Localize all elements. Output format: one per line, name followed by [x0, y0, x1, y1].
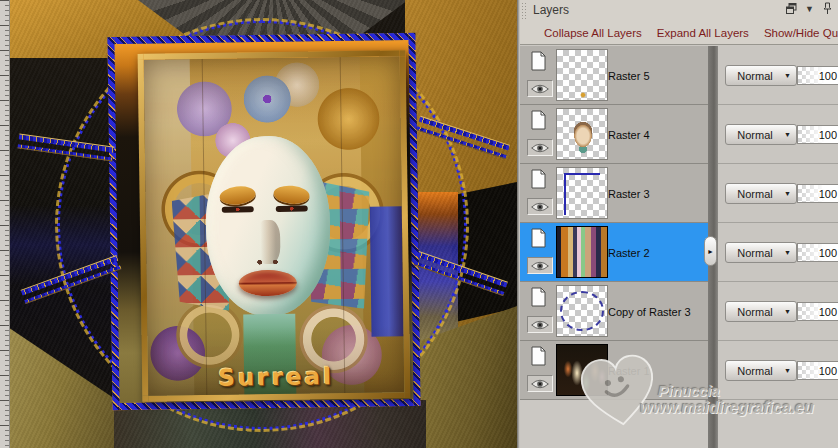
visibility-eye-button[interactable]	[527, 375, 553, 392]
screenshot-root: Surreal Layers ▼ Collapse All Layers Exp…	[0, 0, 838, 448]
watermark-url: www.maidiregrafica.eu	[640, 399, 814, 417]
opacity-value: 100	[819, 365, 838, 377]
framed-picture: Surreal	[138, 50, 411, 402]
palette-toolbar: Collapse All Layers Expand All Layers Sh…	[520, 21, 838, 45]
layer-list: Raster 5 Normal▼ 100 Raster 4 Normal▼ 10…	[520, 46, 838, 400]
layer-thumbnail[interactable]	[556, 285, 608, 337]
layer-name[interactable]: Raster 2	[608, 247, 650, 259]
blend-mode-dropdown[interactable]: Normal▼	[725, 360, 797, 381]
blend-mode-dropdown[interactable]: Normal▼	[725, 183, 797, 204]
layer-thumbnail[interactable]	[556, 49, 608, 101]
layer-thumbnail[interactable]	[556, 167, 608, 219]
caret-down-icon: ▼	[784, 190, 796, 197]
layer-type-icon	[528, 286, 548, 308]
blend-mode-dropdown[interactable]: Normal▼	[725, 65, 797, 86]
layer-row[interactable]: Raster 4 Normal▼ 100	[520, 105, 838, 164]
restore-window-icon[interactable]	[785, 2, 798, 15]
opacity-value: 100	[819, 70, 838, 82]
layer-type-icon	[528, 227, 548, 249]
collapse-all-layers-button[interactable]: Collapse All Layers	[544, 27, 642, 39]
layer-name[interactable]: Raster 1	[608, 365, 650, 377]
layer-thumbnail[interactable]	[556, 226, 608, 278]
blend-mode-value: Normal	[726, 188, 784, 200]
expand-all-layers-button[interactable]: Expand All Layers	[657, 27, 749, 39]
opacity-value: 100	[819, 188, 838, 200]
blend-mode-value: Normal	[726, 129, 784, 141]
layer-row[interactable]: Copy of Raster 3 Normal▼ 100	[520, 282, 838, 341]
caret-down-icon: ▼	[784, 72, 796, 79]
visibility-eye-button[interactable]	[527, 316, 553, 333]
layer-type-icon	[528, 50, 548, 72]
layer-name[interactable]: Raster 4	[608, 129, 650, 141]
layer-type-icon	[528, 345, 548, 367]
blend-mode-value: Normal	[726, 365, 784, 377]
layers-palette: Layers ▼ Collapse All Layers Expand All …	[520, 0, 838, 448]
palette-titlebar[interactable]: Layers ▼	[520, 0, 838, 21]
visibility-eye-button[interactable]	[527, 80, 553, 97]
layer-type-icon	[528, 168, 548, 190]
blend-mode-value: Normal	[726, 306, 784, 318]
layer-name[interactable]: Raster 5	[608, 70, 650, 82]
blend-mode-dropdown[interactable]: Normal▼	[725, 242, 797, 263]
layer-row[interactable]: Raster 3 Normal▼ 100	[520, 164, 838, 223]
opacity-field[interactable]: 100	[797, 184, 838, 203]
blend-mode-value: Normal	[726, 247, 784, 259]
opacity-field[interactable]: 100	[797, 361, 838, 380]
flyout-handle[interactable]: ►	[704, 236, 717, 266]
visibility-eye-button[interactable]	[527, 198, 553, 215]
caret-down-icon: ▼	[784, 367, 796, 374]
visibility-eye-button[interactable]	[527, 257, 553, 274]
layer-thumbnail[interactable]	[556, 344, 608, 396]
panel-title: Layers	[533, 3, 569, 17]
blend-mode-dropdown[interactable]: Normal▼	[725, 124, 797, 145]
visibility-eye-button[interactable]	[527, 139, 553, 156]
blend-mode-value: Normal	[726, 70, 784, 82]
layer-name[interactable]: Copy of Raster 3	[608, 306, 691, 318]
opacity-field[interactable]: 100	[797, 125, 838, 144]
opacity-field[interactable]: 100	[797, 243, 838, 262]
show-hide-quick-button[interactable]: Show/Hide Quick Se	[764, 27, 838, 39]
layer-row[interactable]: Raster 1 Normal▼ 100	[520, 341, 838, 400]
drag-grip[interactable]	[521, 2, 526, 19]
portrait-art: Surreal	[144, 56, 405, 396]
chevron-down-icon[interactable]: ▼	[805, 4, 814, 14]
opacity-field[interactable]: 100	[797, 302, 838, 321]
opacity-field[interactable]: 100	[797, 66, 838, 85]
canvas-panel-separator	[517, 0, 520, 448]
caption-surreal: Surreal	[148, 362, 404, 392]
artwork[interactable]: Surreal	[10, 0, 517, 448]
layer-thumbnail[interactable]	[556, 108, 608, 160]
layer-row-selected[interactable]: Raster 2 Normal▼ 100	[520, 223, 838, 282]
opacity-value: 100	[819, 247, 838, 259]
opacity-value: 100	[819, 306, 838, 318]
vertical-ruler	[0, 0, 10, 448]
image-canvas[interactable]: Surreal	[0, 0, 517, 448]
layer-type-icon	[528, 109, 548, 131]
layer-row[interactable]: Raster 5 Normal▼ 100	[520, 46, 838, 105]
caret-down-icon: ▼	[784, 249, 796, 256]
caret-down-icon: ▼	[784, 131, 796, 138]
pin-icon[interactable]	[821, 2, 834, 15]
blend-mode-dropdown[interactable]: Normal▼	[725, 301, 797, 322]
art-shape	[144, 56, 405, 396]
caret-down-icon: ▼	[784, 308, 796, 315]
layer-name[interactable]: Raster 3	[608, 188, 650, 200]
opacity-value: 100	[819, 129, 838, 141]
